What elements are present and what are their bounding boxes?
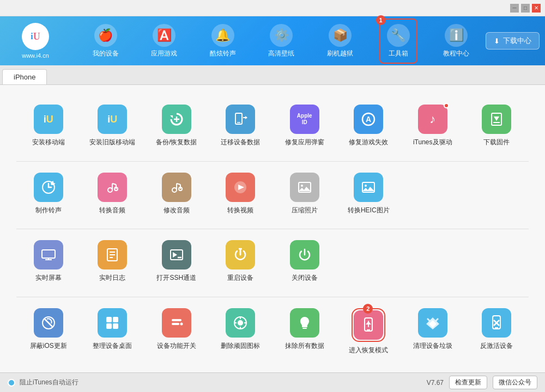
nav-item-toolbox[interactable]: 1 🔧 工具箱 (379, 19, 417, 64)
svg-rect-54 (113, 323, 118, 329)
tool-itunes-driver[interactable]: ♪ iTunes及驱动 (401, 96, 465, 156)
status-left: 阻止iTunes自动运行 (8, 378, 78, 387)
tools-row-4: 屏蔽iOS更新 整理设备桌面 设备功能开关 删除顽固图标 (16, 299, 529, 364)
reboot-device-icon (226, 240, 255, 270)
header: iU www.i4.cn 🍎 我的设备 🅰️ 应用游戏 🔔 酷炫铃声 (0, 16, 545, 65)
svg-marker-33 (362, 187, 374, 191)
tool-wipe-all-data[interactable]: 抹除所有数据 (272, 299, 337, 364)
tool-delete-stubborn[interactable]: 删除顽固图标 (209, 299, 273, 364)
tool-open-ssh[interactable]: 打开SSH通道 (144, 231, 209, 291)
nav-item-tutorials[interactable]: ℹ️ 教程中心 (437, 20, 476, 63)
backup-restore-label: 备份/恢复数据 (156, 138, 197, 147)
edit-audio-label: 修改音频 (164, 206, 190, 215)
itunes-driver-label: iTunes及驱动 (413, 138, 452, 147)
svg-point-29 (301, 185, 303, 187)
jailbreak-label: 刷机越狱 (327, 49, 353, 58)
logo: iU www.i4.cn (5, 23, 65, 59)
realtime-screen-icon (34, 240, 63, 270)
svg-point-13 (51, 182, 54, 185)
tool-fix-app-popup[interactable]: AppleID 修复应用弹窗 (272, 96, 337, 156)
minimize-button[interactable]: ─ (510, 4, 519, 13)
maximize-button[interactable]: □ (521, 4, 530, 13)
migrate-data-label: 迁移设备数据 (221, 138, 260, 147)
tool-power-off[interactable]: 关闭设备 (272, 231, 337, 291)
tool-install-old[interactable]: iU 安装旧版移动端 (81, 96, 145, 156)
wallpaper-label: 高清壁纸 (268, 49, 294, 58)
migrate-data-icon (226, 105, 255, 134)
fix-app-popup-label: 修复应用弹窗 (285, 138, 324, 147)
tool-fix-game-fail[interactable]: A 修复游戏失效 (337, 96, 401, 156)
tool-empty-3 (337, 231, 401, 291)
make-ringtone-icon (34, 173, 63, 202)
tool-backup-restore[interactable]: 备份/恢复数据 (144, 96, 209, 156)
my-device-label: 我的设备 (93, 49, 119, 58)
download-fw-label: 下载固件 (483, 138, 510, 147)
delete-stubborn-label: 删除顽固图标 (221, 342, 260, 351)
svg-line-23 (177, 183, 180, 185)
tool-deactivate[interactable]: 反激活设备 (465, 299, 529, 364)
nav-item-apps-games[interactable]: 🅰️ 应用游戏 (144, 20, 184, 63)
backup-restore-icon (162, 105, 191, 134)
close-button[interactable]: ✕ (532, 4, 541, 13)
svg-rect-65 (302, 328, 307, 329)
tool-organize-desktop[interactable]: 整理设备桌面 (81, 299, 145, 364)
power-off-icon (290, 240, 319, 270)
tutorials-icon: ℹ️ (445, 24, 468, 47)
tool-convert-audio[interactable]: 转换音频 (81, 164, 145, 224)
tool-realtime-screen[interactable]: 实时屏幕 (16, 231, 81, 291)
convert-video-label: 转换视频 (227, 206, 253, 215)
tool-device-functions[interactable]: 设备功能开关 (144, 299, 209, 364)
svg-marker-69 (366, 321, 371, 324)
nav-item-my-device[interactable]: 🍎 我的设备 (86, 20, 125, 63)
nav-item-ringtones[interactable]: 🔔 酷炫铃声 (203, 20, 243, 63)
divider-2 (16, 229, 529, 229)
wechat-official-button[interactable]: 微信公众号 (493, 376, 537, 389)
edit-audio-icon (162, 173, 191, 202)
wipe-all-data-icon (290, 308, 319, 338)
tool-realtime-log[interactable]: 实时日志 (81, 231, 145, 291)
compress-photo-label: 压缩照片 (292, 206, 318, 215)
tool-reboot-device[interactable]: 重启设备 (209, 231, 273, 291)
organize-desktop-label: 整理设备桌面 (93, 342, 132, 351)
svg-rect-51 (106, 317, 112, 322)
iphone-tab[interactable]: iPhone (2, 69, 47, 84)
toolbox-badge: 1 (376, 15, 386, 25)
convert-audio-icon (98, 173, 127, 202)
tool-empty-4 (401, 231, 465, 291)
tool-migrate-data[interactable]: 迁移设备数据 (209, 96, 273, 156)
tool-clean-junk[interactable]: 清理设备垃圾 (401, 299, 465, 364)
tool-convert-heic[interactable]: 转换HEIC图片 (337, 164, 401, 224)
nav-item-jailbreak[interactable]: 📦 刷机越狱 (320, 20, 360, 63)
tool-edit-audio[interactable]: 修改音频 (144, 164, 209, 224)
tool-empty-1 (401, 164, 465, 224)
tool-make-ringtone[interactable]: 制作铃声 (16, 164, 81, 224)
statusbar: 阻止iTunes自动运行 V7.67 检查更新 微信公众号 (0, 372, 545, 392)
svg-point-21 (172, 188, 177, 192)
enter-recovery-label: 进入恢复模式 (349, 346, 388, 355)
main-content: iU 安装移动端 iU 安装旧版移动端 备份/恢复数据 迁移设备数据 (0, 85, 545, 372)
status-indicator (8, 379, 15, 387)
tool-compress-photo[interactable]: 压缩照片 (272, 164, 337, 224)
install-old-icon: iU (98, 105, 127, 134)
tools-row-1: iU 安装移动端 iU 安装旧版移动端 备份/恢复数据 迁移设备数据 (16, 96, 529, 156)
realtime-log-icon (98, 240, 127, 270)
check-update-button[interactable]: 检查更新 (449, 376, 487, 389)
nav-item-wallpaper[interactable]: ⚙️ 高清壁纸 (262, 20, 301, 63)
itunes-badge (444, 103, 449, 108)
tool-block-ios-update[interactable]: 屏蔽iOS更新 (16, 299, 81, 364)
ringtones-label: 酷炫铃声 (210, 49, 236, 58)
tool-download-fw[interactable]: 下载固件 (465, 96, 529, 156)
version-label: V7.67 (427, 379, 444, 387)
open-ssh-label: 打开SSH通道 (156, 274, 196, 283)
download-icon: ⬇ (494, 37, 500, 45)
download-label: 下载中心 (503, 36, 531, 46)
divider-3 (16, 297, 529, 297)
tool-convert-video[interactable]: 转换视频 (209, 164, 273, 224)
tool-install-mobile[interactable]: iU 安装移动端 (16, 96, 81, 156)
recovery-badge: 2 (363, 304, 373, 314)
svg-text:A: A (366, 115, 371, 124)
logo-url: www.i4.cn (22, 52, 49, 59)
tool-enter-recovery[interactable]: 2 进入恢复模式 (337, 299, 401, 364)
download-center-button[interactable]: ⬇ 下载中心 (486, 32, 540, 50)
wipe-all-data-label: 抹除所有数据 (285, 342, 324, 351)
